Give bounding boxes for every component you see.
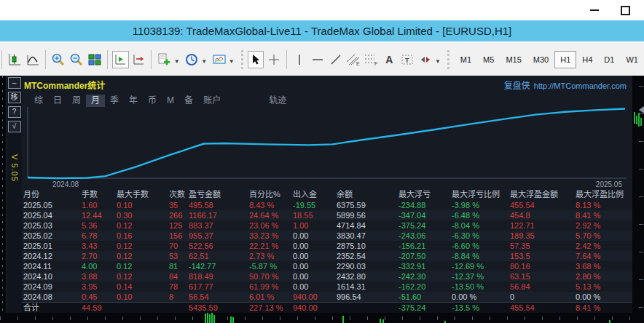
cell-month: 2024.12 [22, 251, 80, 261]
horizontal-line-icon[interactable] [310, 51, 326, 68]
auto-scroll-icon[interactable] [112, 51, 129, 68]
candle-bar [634, 112, 635, 124]
toolbar-drag-handle[interactable] [447, 50, 449, 69]
table-cell: 最大浮盈比例 [574, 188, 632, 200]
maximize-icon [621, 6, 630, 15]
period-dropdown-icon[interactable]: ▼ [201, 58, 207, 65]
timeframe-d1[interactable]: D1 [598, 51, 620, 68]
timeframe-h1[interactable]: H1 [554, 51, 576, 68]
table-cell: 617.77 [187, 282, 248, 292]
table-cell: -51.60 [397, 292, 450, 302]
tab-综[interactable]: 综 [29, 95, 48, 107]
help-button[interactable]: ? [8, 106, 21, 118]
volume-bar [207, 313, 208, 323]
text-label-icon[interactable]: T [399, 51, 416, 68]
table-cell: 1.00 [291, 220, 335, 231]
timeframe-m15[interactable]: M15 [500, 51, 527, 68]
window-minimize-button[interactable] [587, 4, 602, 17]
table-cell: 12.44 [80, 210, 115, 220]
tab-币[interactable]: 币 [143, 95, 162, 107]
arrow-objects-icon[interactable] [417, 51, 433, 68]
timeframe-m30[interactable]: M30 [527, 51, 554, 68]
brand-url[interactable]: http://MTCommander.com [534, 81, 627, 90]
cursor-icon[interactable] [248, 51, 264, 68]
trend-line-icon[interactable] [327, 51, 344, 68]
grid-dash [639, 307, 643, 308]
table-cell: -19.55 [291, 200, 335, 210]
tab-年[interactable]: 年 [124, 95, 143, 107]
tab-轨迹[interactable]: 轨迹 [264, 95, 291, 107]
tab-月[interactable]: 月 [86, 95, 105, 107]
new-order-icon[interactable] [156, 51, 173, 68]
tile-windows-icon[interactable] [86, 51, 103, 68]
table-cell: 24.64 % [248, 210, 291, 220]
table-row: 2024.122.700.125362.512.73 %0.002352.54-… [22, 251, 632, 261]
table-cell: 3.88 [80, 271, 115, 282]
table-cell: 0.16 [115, 231, 168, 241]
confirm-button[interactable]: √ [8, 121, 21, 132]
table-cell: 手数 [80, 188, 115, 200]
time-axis-ticks [0, 316, 644, 320]
table-cell: 3.43 [80, 241, 115, 251]
window-maximize-button[interactable] [618, 4, 632, 17]
tab-日[interactable]: 日 [48, 95, 67, 107]
timeframe-w1[interactable]: W1 [620, 51, 644, 68]
timeframe-m1[interactable]: M1 [455, 51, 477, 68]
panel-tabs: 综日周月季年币M备账户轨迹 [22, 94, 632, 107]
table-cell: -156.21 [397, 241, 450, 251]
svg-text:F: F [374, 61, 377, 66]
arrows-dropdown-icon[interactable]: ▼ [435, 58, 441, 65]
price-marker-icon [639, 106, 644, 113]
table-cell: -243.06 [397, 231, 450, 241]
cell-month: 2025.01 [22, 241, 80, 251]
candlestick-chart-icon[interactable] [7, 51, 23, 68]
toolbar-separator [286, 50, 287, 69]
crosshair-icon[interactable] [265, 51, 282, 68]
templates-dropdown-icon[interactable]: ▼ [229, 58, 235, 65]
timeframe-h4[interactable]: H4 [576, 51, 598, 68]
table-cell: 227.13 % [248, 303, 291, 313]
timeframe-bar: M1M5M15M30H1H4D1W1 [455, 51, 644, 68]
tab-账户[interactable]: 账户 [198, 95, 226, 107]
table-cell: 522.56 [187, 241, 248, 251]
collapse-button[interactable]: – [8, 77, 21, 89]
equity-curve-svg [22, 107, 632, 188]
grid-dashes [2, 76, 3, 313]
text-icon[interactable]: A [381, 51, 398, 68]
volume-bar [230, 316, 232, 323]
table-cell: 495.58 [187, 200, 248, 210]
table-cell: -332.91 [397, 261, 450, 271]
table-cell [335, 303, 397, 313]
period-icon[interactable] [184, 51, 200, 68]
cell-month: 月份 [22, 188, 80, 200]
table-cell: -6.48 % [450, 210, 508, 220]
tab-季[interactable]: 季 [105, 95, 124, 107]
tab-备[interactable]: 备 [179, 95, 198, 107]
panel-header: MTCommander统计 复盘侠http://MTCommander.com [22, 76, 632, 94]
cell-month: 2025.03 [22, 220, 80, 231]
toolbar: ▼ ▼ ▼ E F A T [0, 41, 644, 76]
table-cell: 57.35 [508, 241, 574, 251]
table-cell: -8.04 % [450, 220, 508, 231]
line-chart-icon[interactable] [25, 51, 42, 68]
toolbar-drag-handle[interactable] [241, 50, 243, 69]
move-button[interactable]: 移 [8, 92, 21, 103]
table-cell: 0.00 [291, 271, 335, 282]
timeframe-m5[interactable]: M5 [477, 51, 500, 68]
tab-M[interactable]: M [162, 95, 179, 107]
new-order-dropdown-icon[interactable]: ▼ [174, 58, 180, 65]
zoom-out-icon[interactable] [68, 51, 85, 68]
brand-link[interactable]: 复盘侠http://MTCommander.com [504, 79, 627, 91]
templates-icon[interactable] [211, 51, 227, 68]
vertical-line-icon[interactable] [291, 51, 308, 68]
fibonacci-icon[interactable]: F [363, 51, 380, 68]
chart-shift-icon[interactable] [130, 51, 147, 68]
table-cell: 883.37 [187, 220, 248, 231]
equidistant-channel-icon[interactable]: E [345, 51, 362, 68]
svg-text:E: E [356, 61, 360, 66]
toolbar-separator [151, 50, 152, 69]
minimize-icon [590, 9, 599, 11]
tab-周[interactable]: 周 [67, 95, 86, 107]
table-cell: 122.71 [508, 220, 574, 231]
zoom-in-icon[interactable] [50, 51, 67, 68]
